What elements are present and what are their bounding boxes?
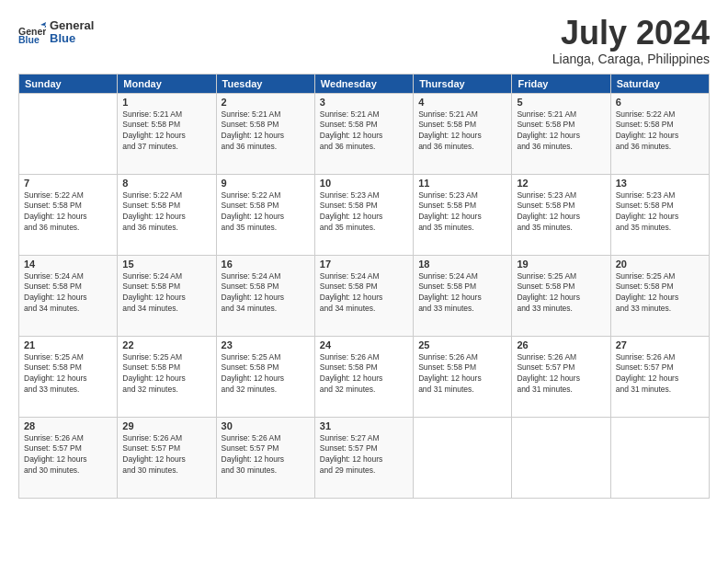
day-info: Sunrise: 5:22 AM Sunset: 5:58 PM Dayligh…: [222, 190, 310, 235]
day-number: 10: [320, 178, 408, 189]
table-row: 1Sunrise: 5:21 AM Sunset: 5:58 PM Daylig…: [118, 93, 216, 174]
day-info: Sunrise: 5:23 AM Sunset: 5:58 PM Dayligh…: [517, 190, 605, 235]
day-info: Sunrise: 5:26 AM Sunset: 5:58 PM Dayligh…: [320, 352, 408, 396]
day-info: Sunrise: 5:24 AM Sunset: 5:58 PM Dayligh…: [320, 271, 408, 316]
calendar-week-4: 28Sunrise: 5:26 AM Sunset: 5:57 PM Dayli…: [19, 417, 710, 498]
day-number: 29: [122, 420, 210, 431]
day-number: 16: [222, 259, 310, 270]
month-title: July 2024: [552, 15, 710, 52]
table-row: 25Sunrise: 5:26 AM Sunset: 5:58 PM Dayli…: [414, 336, 512, 417]
day-number: 6: [616, 97, 704, 108]
day-info: Sunrise: 5:27 AM Sunset: 5:57 PM Dayligh…: [320, 433, 408, 477]
day-info: Sunrise: 5:21 AM Sunset: 5:58 PM Dayligh…: [517, 109, 605, 154]
table-row: 10Sunrise: 5:23 AM Sunset: 5:58 PM Dayli…: [314, 174, 413, 255]
logo-icon: General Blue: [18, 22, 46, 44]
table-row: 21Sunrise: 5:25 AM Sunset: 5:58 PM Dayli…: [19, 336, 118, 417]
table-row: 5Sunrise: 5:21 AM Sunset: 5:58 PM Daylig…: [512, 93, 610, 174]
day-number: 27: [616, 339, 704, 350]
day-number: 31: [320, 420, 408, 431]
day-info: Sunrise: 5:26 AM Sunset: 5:57 PM Dayligh…: [122, 433, 210, 477]
day-number: 23: [222, 339, 310, 350]
day-number: 7: [24, 178, 112, 189]
table-row: 26Sunrise: 5:26 AM Sunset: 5:57 PM Dayli…: [512, 336, 610, 417]
day-info: Sunrise: 5:21 AM Sunset: 5:58 PM Dayligh…: [320, 109, 408, 154]
day-number: 26: [517, 339, 605, 350]
day-number: 25: [418, 339, 506, 350]
col-thursday: Thursday: [414, 74, 512, 93]
day-info: Sunrise: 5:26 AM Sunset: 5:57 PM Dayligh…: [517, 352, 605, 396]
col-friday: Friday: [512, 74, 610, 93]
svg-text:Blue: Blue: [50, 31, 75, 45]
page: General Blue General Blue July 2024 Lian…: [0, 0, 728, 563]
day-info: Sunrise: 5:21 AM Sunset: 5:58 PM Dayligh…: [418, 109, 506, 154]
day-info: Sunrise: 5:24 AM Sunset: 5:58 PM Dayligh…: [222, 271, 310, 316]
table-row: 13Sunrise: 5:23 AM Sunset: 5:58 PM Dayli…: [610, 174, 709, 255]
day-info: Sunrise: 5:23 AM Sunset: 5:58 PM Dayligh…: [320, 190, 408, 235]
day-info: Sunrise: 5:26 AM Sunset: 5:57 PM Dayligh…: [222, 433, 310, 477]
col-wednesday: Wednesday: [314, 74, 413, 93]
day-number: 13: [616, 178, 704, 189]
table-row: 12Sunrise: 5:23 AM Sunset: 5:58 PM Dayli…: [512, 174, 610, 255]
col-saturday: Saturday: [610, 74, 709, 93]
svg-text:General: General: [50, 18, 94, 32]
table-row: [512, 417, 610, 498]
table-row: 17Sunrise: 5:24 AM Sunset: 5:58 PM Dayli…: [314, 255, 413, 336]
table-row: 6Sunrise: 5:22 AM Sunset: 5:58 PM Daylig…: [610, 93, 709, 174]
calendar-week-2: 14Sunrise: 5:24 AM Sunset: 5:58 PM Dayli…: [19, 255, 710, 336]
day-number: 22: [122, 339, 210, 350]
table-row: 3Sunrise: 5:21 AM Sunset: 5:58 PM Daylig…: [314, 93, 413, 174]
title-block: July 2024 Lianga, Caraga, Philippines: [552, 15, 710, 66]
day-info: Sunrise: 5:25 AM Sunset: 5:58 PM Dayligh…: [122, 352, 210, 396]
day-number: 15: [122, 259, 210, 270]
table-row: 11Sunrise: 5:23 AM Sunset: 5:58 PM Dayli…: [414, 174, 512, 255]
day-info: Sunrise: 5:21 AM Sunset: 5:58 PM Dayligh…: [222, 109, 310, 154]
col-sunday: Sunday: [19, 74, 118, 93]
day-info: Sunrise: 5:25 AM Sunset: 5:58 PM Dayligh…: [517, 271, 605, 316]
table-row: 31Sunrise: 5:27 AM Sunset: 5:57 PM Dayli…: [314, 417, 413, 498]
table-row: [610, 417, 709, 498]
table-row: 23Sunrise: 5:25 AM Sunset: 5:58 PM Dayli…: [216, 336, 314, 417]
day-info: Sunrise: 5:25 AM Sunset: 5:58 PM Dayligh…: [24, 352, 112, 396]
table-row: 19Sunrise: 5:25 AM Sunset: 5:58 PM Dayli…: [512, 255, 610, 336]
day-number: 3: [320, 97, 408, 108]
table-row: 28Sunrise: 5:26 AM Sunset: 5:57 PM Dayli…: [19, 417, 118, 498]
logo: General Blue General Blue: [18, 15, 96, 52]
header: General Blue General Blue July 2024 Lian…: [18, 15, 710, 66]
day-number: 4: [418, 97, 506, 108]
day-number: 17: [320, 259, 408, 270]
svg-text:Blue: Blue: [18, 34, 40, 45]
table-row: 14Sunrise: 5:24 AM Sunset: 5:58 PM Dayli…: [19, 255, 118, 336]
table-row: 18Sunrise: 5:24 AM Sunset: 5:58 PM Dayli…: [414, 255, 512, 336]
day-number: 5: [517, 97, 605, 108]
calendar: Sunday Monday Tuesday Wednesday Thursday…: [18, 74, 710, 499]
day-info: Sunrise: 5:26 AM Sunset: 5:57 PM Dayligh…: [24, 433, 112, 477]
day-info: Sunrise: 5:25 AM Sunset: 5:58 PM Dayligh…: [616, 271, 704, 316]
day-number: 1: [122, 97, 210, 108]
table-row: 30Sunrise: 5:26 AM Sunset: 5:57 PM Dayli…: [216, 417, 314, 498]
day-number: 12: [517, 178, 605, 189]
day-info: Sunrise: 5:22 AM Sunset: 5:58 PM Dayligh…: [616, 109, 704, 154]
table-row: 16Sunrise: 5:24 AM Sunset: 5:58 PM Dayli…: [216, 255, 314, 336]
day-info: Sunrise: 5:24 AM Sunset: 5:58 PM Dayligh…: [24, 271, 112, 316]
day-number: 21: [24, 339, 112, 350]
day-info: Sunrise: 5:21 AM Sunset: 5:58 PM Dayligh…: [122, 109, 210, 154]
day-number: 11: [418, 178, 506, 189]
day-number: 2: [222, 97, 310, 108]
day-info: Sunrise: 5:25 AM Sunset: 5:58 PM Dayligh…: [222, 352, 310, 396]
day-info: Sunrise: 5:23 AM Sunset: 5:58 PM Dayligh…: [616, 190, 704, 235]
day-number: 19: [517, 259, 605, 270]
table-row: 9Sunrise: 5:22 AM Sunset: 5:58 PM Daylig…: [216, 174, 314, 255]
table-row: 20Sunrise: 5:25 AM Sunset: 5:58 PM Dayli…: [610, 255, 709, 336]
table-row: 15Sunrise: 5:24 AM Sunset: 5:58 PM Dayli…: [118, 255, 216, 336]
calendar-week-3: 21Sunrise: 5:25 AM Sunset: 5:58 PM Dayli…: [19, 336, 710, 417]
day-number: 14: [24, 259, 112, 270]
table-row: 8Sunrise: 5:22 AM Sunset: 5:58 PM Daylig…: [118, 174, 216, 255]
calendar-header-row: Sunday Monday Tuesday Wednesday Thursday…: [19, 74, 710, 93]
calendar-week-1: 7Sunrise: 5:22 AM Sunset: 5:58 PM Daylig…: [19, 174, 710, 255]
day-info: Sunrise: 5:24 AM Sunset: 5:58 PM Dayligh…: [418, 271, 506, 316]
table-row: 27Sunrise: 5:26 AM Sunset: 5:57 PM Dayli…: [610, 336, 709, 417]
day-info: Sunrise: 5:26 AM Sunset: 5:58 PM Dayligh…: [418, 352, 506, 396]
day-number: 9: [222, 178, 310, 189]
day-number: 18: [418, 259, 506, 270]
day-number: 20: [616, 259, 704, 270]
